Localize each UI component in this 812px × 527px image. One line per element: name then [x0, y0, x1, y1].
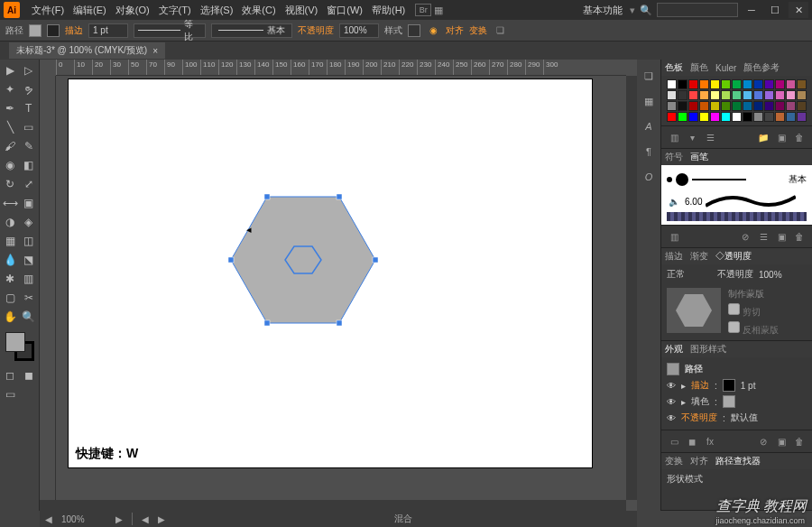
appearance-tab[interactable]: 外观	[665, 343, 683, 356]
direct-selection-tool[interactable]: ▷	[21, 61, 38, 79]
glyphs-dock-icon[interactable]: ¶	[640, 143, 658, 161]
opacity-input[interactable]: 100%	[339, 23, 379, 38]
color-swatch[interactable]	[732, 90, 742, 100]
swatches-tab[interactable]: 色板	[665, 61, 683, 74]
duplicate-item-icon[interactable]: ▣	[774, 434, 789, 448]
align-panel-tab[interactable]: 对齐	[690, 455, 708, 467]
color-swatch[interactable]	[688, 112, 698, 122]
fill-color-box[interactable]	[5, 332, 25, 352]
color-swatch[interactable]	[775, 90, 785, 100]
recolor-icon[interactable]: ◉	[426, 23, 440, 38]
color-swatch[interactable]	[753, 79, 763, 89]
selection-tool[interactable]: ▶	[2, 61, 19, 79]
color-swatch[interactable]	[678, 90, 687, 100]
brush-definition[interactable]: 基本	[211, 23, 292, 38]
appearance-stroke-row[interactable]: 👁 ▸ 描边: 1 pt	[667, 377, 807, 393]
draw-mode-normal[interactable]: ◻	[2, 366, 19, 384]
visibility-icon[interactable]: 👁	[667, 397, 676, 407]
opacity-value-trans[interactable]: 100%	[759, 270, 795, 280]
color-swatch[interactable]	[678, 112, 687, 122]
fill-swatch[interactable]	[29, 24, 42, 37]
menu-object[interactable]: 对象(O)	[111, 4, 154, 17]
perspective-tool[interactable]: ◈	[21, 213, 38, 230]
color-swatch[interactable]	[764, 79, 774, 89]
type-dock-icon[interactable]: A	[640, 117, 658, 135]
kuler-tab[interactable]: Kuler	[715, 63, 736, 73]
pathfinder-panel-tab[interactable]: 路径查找器	[715, 455, 761, 467]
color-swatch[interactable]	[688, 101, 698, 111]
color-swatch[interactable]	[786, 79, 796, 89]
color-swatch[interactable]	[710, 112, 720, 122]
menu-help[interactable]: 帮助(H)	[367, 4, 410, 17]
color-swatch[interactable]	[667, 112, 677, 122]
brush-row-basic[interactable]: 基本	[667, 169, 807, 190]
color-swatch[interactable]	[732, 79, 742, 89]
stroke-swatch[interactable]	[47, 24, 60, 37]
menu-view[interactable]: 视图(V)	[281, 4, 323, 17]
remove-brush-stroke-icon[interactable]: ⊘	[738, 229, 752, 244]
add-new-fill-icon[interactable]: ◼	[685, 434, 699, 448]
color-swatch[interactable]	[688, 90, 698, 100]
type-tool[interactable]: T	[21, 99, 38, 116]
hexagon-shape[interactable]: ◂	[231, 197, 375, 323]
mesh-tool[interactable]: ▦	[2, 232, 19, 249]
rotate-tool[interactable]: ↻	[2, 175, 19, 192]
blend-mode-select[interactable]: 正常	[667, 268, 712, 281]
color-swatch[interactable]	[699, 101, 709, 111]
lasso-tool[interactable]: ຯ	[21, 80, 38, 97]
color-swatch[interactable]	[753, 101, 763, 111]
links-dock-icon[interactable]: O	[640, 168, 658, 186]
color-swatch[interactable]	[786, 112, 796, 122]
artboard[interactable]: ◂ 快捷键：W	[69, 79, 592, 467]
menu-edit[interactable]: 编辑(E)	[69, 4, 111, 17]
draw-mode-behind[interactable]: ◼	[21, 366, 38, 384]
fill-stroke-control[interactable]	[5, 332, 34, 361]
paintbrush-tool[interactable]: 🖌	[2, 137, 19, 154]
gradient-tool[interactable]: ◫	[21, 232, 38, 249]
magic-wand-tool[interactable]: ✦	[2, 80, 19, 97]
minimize-button[interactable]: ─	[742, 2, 761, 18]
color-swatch[interactable]	[732, 101, 742, 111]
add-new-stroke-icon[interactable]: ▭	[667, 434, 681, 448]
color-swatch[interactable]	[797, 90, 807, 100]
color-swatch[interactable]	[743, 101, 752, 111]
hand-tool[interactable]: ✋	[2, 308, 19, 325]
color-swatch[interactable]	[667, 90, 677, 100]
delete-item-icon[interactable]: 🗑	[792, 434, 807, 448]
blend-tool[interactable]: ⬔	[21, 251, 38, 268]
menu-window[interactable]: 窗口(W)	[322, 4, 367, 17]
color-swatch[interactable]	[721, 112, 731, 122]
appearance-fill-row[interactable]: 👁 ▸ 填色:	[667, 393, 807, 410]
color-swatch[interactable]	[699, 112, 709, 122]
canvas-area[interactable]: 0102030507090100110120130140150160170180…	[40, 60, 637, 511]
gradient-panel-tab[interactable]: 渐变	[690, 250, 708, 263]
graph-tool[interactable]: ▥	[21, 270, 38, 287]
delete-brush-icon[interactable]: 🗑	[792, 229, 807, 244]
variable-width-profile[interactable]: 等比	[134, 23, 206, 38]
free-transform-tool[interactable]: ▣	[21, 194, 38, 211]
visibility-icon[interactable]: 👁	[667, 413, 676, 423]
screen-mode[interactable]: ▭	[2, 385, 19, 402]
search-input[interactable]	[657, 3, 738, 17]
menu-type[interactable]: 文字(T)	[154, 4, 196, 17]
color-swatch[interactable]	[732, 112, 742, 122]
color-swatch[interactable]	[753, 90, 763, 100]
color-guide-tab[interactable]: 颜色参考	[743, 61, 780, 74]
brush-options-icon[interactable]: ☰	[756, 229, 770, 244]
color-swatch[interactable]	[764, 90, 774, 100]
shape-builder-tool[interactable]: ◑	[2, 213, 19, 230]
zoom-tool[interactable]: 🔍	[21, 308, 38, 325]
swatch-options-icon[interactable]: ☰	[703, 130, 717, 144]
color-swatch[interactable]	[797, 79, 807, 89]
close-button[interactable]: ✕	[789, 2, 808, 18]
maximize-button[interactable]: ☐	[765, 2, 785, 18]
stroke-panel-tab[interactable]: 描边	[665, 250, 683, 263]
color-swatch[interactable]	[786, 101, 796, 111]
eraser-tool[interactable]: ◧	[21, 156, 38, 173]
color-swatch[interactable]	[678, 101, 687, 111]
color-swatch[interactable]	[753, 112, 763, 122]
color-swatch[interactable]	[775, 112, 785, 122]
menu-effect[interactable]: 效果(C)	[237, 4, 280, 17]
color-swatch[interactable]	[721, 101, 731, 111]
artboards-dock-icon[interactable]: ▦	[640, 92, 658, 110]
